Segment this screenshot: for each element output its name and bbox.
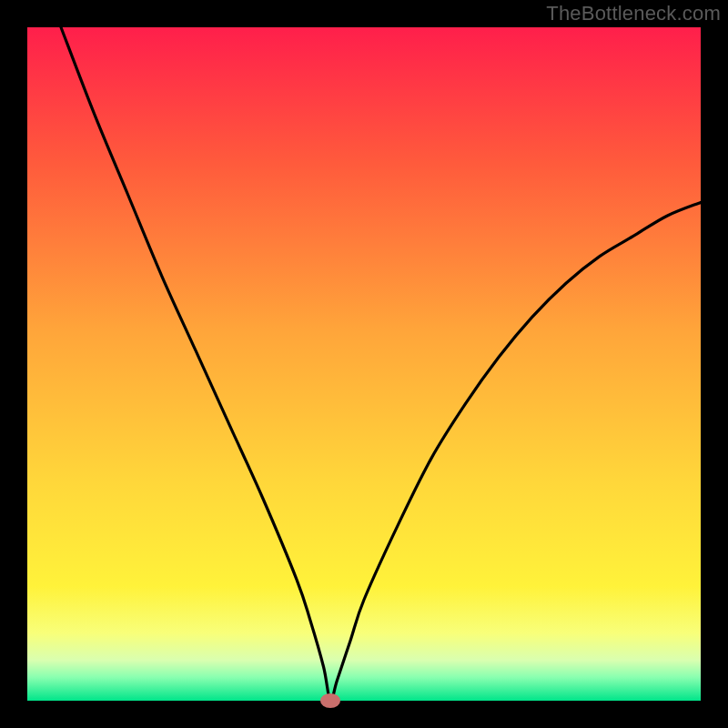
chart-frame: TheBottleneck.com	[0, 0, 728, 728]
optimal-point-marker	[320, 693, 340, 708]
bottleneck-chart	[0, 0, 728, 728]
